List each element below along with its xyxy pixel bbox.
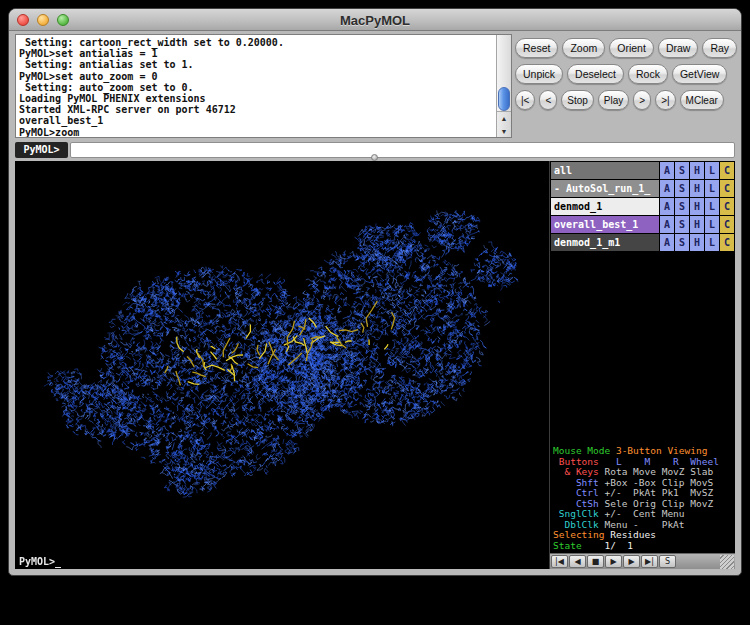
movie-button-3[interactable]: ▶ xyxy=(605,555,622,568)
object-menu-button-s[interactable]: S xyxy=(675,234,689,251)
console-scrollbar[interactable]: ▲ ▼ xyxy=(496,35,511,137)
object-menu-button-l[interactable]: L xyxy=(705,198,719,215)
movie-button-1[interactable]: ◀ xyxy=(569,555,586,568)
object-menu-button-s[interactable]: S xyxy=(675,216,689,233)
object-row: - AutoSol_run_1_ASHLC xyxy=(551,180,734,197)
console-line: PyMOL>set auto_zoom = 0 xyxy=(19,71,496,82)
toolbar-button-rock[interactable]: Rock xyxy=(628,64,668,84)
console-line: Loading PyMOL PHENIX extensions xyxy=(19,93,496,104)
mouse-panel-segment: Rota Move MovZ Slab xyxy=(604,466,713,477)
viewport-3d[interactable]: PyMOL>_ xyxy=(15,161,549,569)
toolbar-button-reset[interactable]: Reset xyxy=(515,38,558,58)
console-line: Started XML-RPC server on port 46712 xyxy=(19,104,496,115)
scroll-up-icon[interactable]: ▲ xyxy=(497,112,511,125)
mouse-panel-segment: Ctrl xyxy=(553,487,604,498)
toolbar-button-zoom[interactable]: Zoom xyxy=(562,38,605,58)
toolbar-button-play[interactable]: Play xyxy=(598,90,629,110)
console-line: PyMOL>zoom xyxy=(19,127,496,137)
titlebar[interactable]: MacPyMOL xyxy=(9,9,741,31)
command-input[interactable] xyxy=(70,142,735,158)
mouse-panel-segment: Menu - PkAt xyxy=(604,519,684,530)
scroll-down-icon[interactable]: ▼ xyxy=(497,125,511,138)
object-name[interactable]: overall_best_1 xyxy=(551,216,659,233)
console-line: PyMOL>set antialias = 1 xyxy=(19,48,496,59)
object-menu-button-l[interactable]: L xyxy=(705,234,719,251)
toolbar-button-unpick[interactable]: Unpick xyxy=(515,64,563,84)
console-line: Setting: antialias set to 1. xyxy=(19,59,496,70)
toolbar-button-deselect[interactable]: Deselect xyxy=(567,64,624,84)
mouse-panel-segment: DblClk xyxy=(553,519,604,530)
object-menu-button-h[interactable]: H xyxy=(690,162,704,179)
object-menu-button-c[interactable]: C xyxy=(720,198,734,215)
object-menu-button-c[interactable]: C xyxy=(720,234,734,251)
object-row: denmod_1_m1ASHLC xyxy=(551,234,734,251)
mouse-panel-segment: +/- Cent Menu xyxy=(604,508,684,519)
movie-controls: |◀◀■▶▶▶|S xyxy=(550,553,735,569)
toolbar-button-mclear[interactable]: MClear xyxy=(680,90,724,110)
toolbar-button-nav-2-1[interactable]: < xyxy=(539,90,557,110)
movie-button-4[interactable]: ▶ xyxy=(623,555,640,568)
object-menu-button-c[interactable]: C xyxy=(720,216,734,233)
splitter-handle[interactable] xyxy=(371,154,378,161)
density-mesh-canvas xyxy=(15,161,549,569)
toolbar-row-2: UnpickDeselectRockGetView xyxy=(515,64,737,84)
toolbar-row-3: |<<StopPlay>>|MClear xyxy=(515,90,737,110)
console-box: Setting: cartoon_rect_width set to 0.200… xyxy=(15,34,512,138)
object-menu-button-h[interactable]: H xyxy=(690,198,704,215)
screen: MacPyMOL Setting: cartoon_rect_width set… xyxy=(0,0,750,625)
object-list: allASHLC- AutoSol_run_1_ASHLCdenmod_1ASH… xyxy=(550,161,735,252)
mouse-panel-segment: Buttons xyxy=(553,456,604,467)
movie-button-2[interactable]: ■ xyxy=(587,555,604,568)
object-menu-button-a[interactable]: A xyxy=(660,198,674,215)
object-menu-button-l[interactable]: L xyxy=(705,162,719,179)
object-menu-button-a[interactable]: A xyxy=(660,216,674,233)
scrollbar-arrows: ▲ ▼ xyxy=(497,111,511,137)
toolbar-button-stop[interactable]: Stop xyxy=(561,90,594,110)
console-line: Setting: auto_zoom set to 0. xyxy=(19,82,496,93)
mouse-panel-segment: CtSh xyxy=(553,498,604,509)
mouse-panel-segment: Shft xyxy=(553,477,604,488)
object-menu-button-h[interactable]: H xyxy=(690,234,704,251)
toolbar-button-draw[interactable]: Draw xyxy=(658,38,699,58)
object-row: overall_best_1ASHLC xyxy=(551,216,734,233)
object-row: allASHLC xyxy=(551,162,734,179)
object-menu-button-s[interactable]: S xyxy=(675,180,689,197)
mouse-panel-segment: 1/ 1 xyxy=(587,540,633,551)
toolbar-button-orient[interactable]: Orient xyxy=(609,38,654,58)
object-name[interactable]: denmod_1_m1 xyxy=(551,234,659,251)
object-name[interactable]: denmod_1 xyxy=(551,198,659,215)
scrollbar-thumb[interactable] xyxy=(498,87,510,111)
toolbar-button-getview[interactable]: GetView xyxy=(672,64,728,84)
movie-button-0[interactable]: |◀ xyxy=(551,555,568,568)
toolbar-button-nav-2-4[interactable]: > xyxy=(633,90,651,110)
window-resize-grip[interactable] xyxy=(720,555,734,569)
console-log[interactable]: Setting: cartoon_rect_width set to 0.200… xyxy=(16,35,496,137)
command-prompt-label: PyMOL> xyxy=(15,142,68,158)
object-menu-button-h[interactable]: H xyxy=(690,180,704,197)
object-menu-button-a[interactable]: A xyxy=(660,162,674,179)
toolbar-button-nav-2-0[interactable]: |< xyxy=(515,90,535,110)
object-name[interactable]: - AutoSol_run_1_ xyxy=(551,180,659,197)
mouse-panel-segment: +/- PkAt Pk1 MvSZ xyxy=(604,487,713,498)
toolbar-row-1: ResetZoomOrientDrawRay xyxy=(515,38,737,58)
movie-button-6[interactable]: S xyxy=(659,555,676,568)
mouse-panel-segment: & Keys xyxy=(553,466,604,477)
object-menu-button-l[interactable]: L xyxy=(705,216,719,233)
mouse-panel: Mouse Mode 3-Button Viewing Buttons L M … xyxy=(550,446,735,553)
toolbar: ResetZoomOrientDrawRay UnpickDeselectRoc… xyxy=(515,38,737,116)
object-menu-button-l[interactable]: L xyxy=(705,180,719,197)
object-name[interactable]: all xyxy=(551,162,659,179)
object-menu-button-a[interactable]: A xyxy=(660,180,674,197)
object-menu-button-c[interactable]: C xyxy=(720,162,734,179)
movie-button-5[interactable]: ▶| xyxy=(641,555,658,568)
toolbar-button-ray[interactable]: Ray xyxy=(702,38,737,58)
object-menu-button-s[interactable]: S xyxy=(675,198,689,215)
object-menu-button-a[interactable]: A xyxy=(660,234,674,251)
viewport-prompt: PyMOL>_ xyxy=(19,556,61,567)
object-menu-button-s[interactable]: S xyxy=(675,162,689,179)
toolbar-button-nav-2-5[interactable]: >| xyxy=(655,90,675,110)
mouse-panel-segment: +Box -Box Clip MovS xyxy=(604,477,713,488)
object-menu-button-c[interactable]: C xyxy=(720,180,734,197)
mouse-panel-segment: Sele Orig Clip MovZ xyxy=(604,498,713,509)
object-menu-button-h[interactable]: H xyxy=(690,216,704,233)
